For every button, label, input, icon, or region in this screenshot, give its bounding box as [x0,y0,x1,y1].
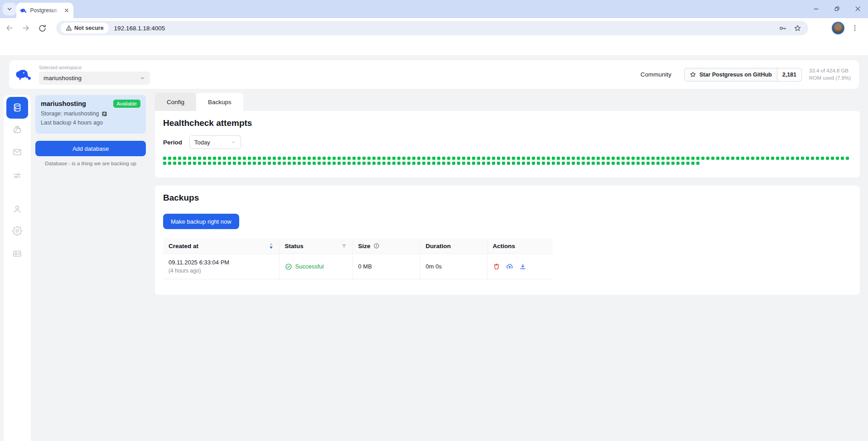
healthcheck-attempt-dot[interactable] [452,157,455,160]
healthcheck-attempt-dot[interactable] [442,157,445,160]
healthcheck-attempt-dot[interactable] [273,162,276,165]
tab-close-icon[interactable] [63,7,70,14]
healthcheck-attempt-dot[interactable] [487,162,490,165]
healthcheck-attempt-dot[interactable] [592,162,595,165]
healthcheck-attempt-dot[interactable] [328,157,331,160]
healthcheck-attempt-dot[interactable] [487,157,490,160]
add-database-button[interactable]: Add database [35,141,146,156]
healthcheck-attempt-dot[interactable] [751,157,754,160]
healthcheck-attempt-dot[interactable] [507,162,510,165]
healthcheck-attempt-dot[interactable] [308,157,311,160]
healthcheck-attempt-dot[interactable] [602,157,605,160]
healthcheck-attempt-dot[interactable] [168,162,171,165]
healthcheck-attempt-dot[interactable] [203,157,206,160]
community-link[interactable]: Community [641,71,671,78]
healthcheck-attempt-dot[interactable] [691,162,694,165]
healthcheck-attempt-dot[interactable] [422,157,425,160]
sort-icon[interactable] [269,242,274,249]
healthcheck-attempt-dot[interactable] [198,162,201,165]
healthcheck-attempt-dot[interactable] [651,157,655,160]
healthcheck-attempt-dot[interactable] [661,157,665,160]
healthcheck-attempt-dot[interactable] [223,162,226,165]
healthcheck-attempt-dot[interactable] [632,162,635,165]
healthcheck-attempt-dot[interactable] [497,162,500,165]
healthcheck-attempt-dot[interactable] [402,157,405,160]
healthcheck-attempt-dot[interactable] [248,162,251,165]
healthcheck-attempt-dot[interactable] [193,157,196,160]
forward-button[interactable] [19,21,33,35]
healthcheck-attempt-dot[interactable] [183,157,186,160]
healthcheck-attempt-dot[interactable] [163,157,166,160]
healthcheck-attempt-dot[interactable] [846,157,849,160]
healthcheck-attempt-dot[interactable] [313,162,316,165]
close-button[interactable] [847,0,868,17]
healthcheck-attempt-dot[interactable] [472,157,475,160]
healthcheck-attempt-dot[interactable] [243,162,246,165]
healthcheck-attempt-dot[interactable] [188,162,191,165]
healthcheck-attempt-dot[interactable] [377,162,381,165]
healthcheck-attempt-dot[interactable] [372,162,376,165]
healthcheck-attempt-dot[interactable] [651,162,655,165]
period-select[interactable]: Today [189,135,241,149]
healthcheck-attempt-dot[interactable] [168,157,171,160]
healthcheck-attempt-dot[interactable] [801,157,804,160]
restore-button[interactable] [826,0,847,17]
healthcheck-attempt-dot[interactable] [283,157,286,160]
healthcheck-attempt-dot[interactable] [661,162,665,165]
healthcheck-attempt-dot[interactable] [447,162,450,165]
healthcheck-attempt-dot[interactable] [542,162,545,165]
make-backup-button[interactable]: Make backup right now [163,214,239,229]
healthcheck-attempt-dot[interactable] [517,157,520,160]
healthcheck-attempt-dot[interactable] [686,162,690,165]
healthcheck-attempt-dot[interactable] [427,157,430,160]
healthcheck-attempt-dot[interactable] [407,157,410,160]
healthcheck-attempt-dot[interactable] [288,162,291,165]
healthcheck-attempt-dot[interactable] [696,162,699,165]
healthcheck-attempt-dot[interactable] [612,162,615,165]
healthcheck-attempt-dot[interactable] [627,157,630,160]
healthcheck-attempt-dot[interactable] [422,162,425,165]
healthcheck-attempt-dot[interactable] [696,157,699,160]
healthcheck-attempt-dot[interactable] [572,162,575,165]
healthcheck-attempt-dot[interactable] [811,157,814,160]
healthcheck-attempt-dot[interactable] [577,162,580,165]
browser-tab[interactable]: Postgresus [16,3,73,18]
healthcheck-attempt-dot[interactable] [338,162,341,165]
healthcheck-attempt-dot[interactable] [417,162,420,165]
healthcheck-attempt-dot[interactable] [821,157,824,160]
healthcheck-attempt-dot[interactable] [646,162,650,165]
healthcheck-attempt-dot[interactable] [681,157,685,160]
healthcheck-attempt-dot[interactable] [318,157,321,160]
healthcheck-attempt-dot[interactable] [841,157,844,160]
healthcheck-attempt-dot[interactable] [691,157,694,160]
healthcheck-attempt-dot[interactable] [537,157,540,160]
healthcheck-attempt-dot[interactable] [303,162,306,165]
healthcheck-attempt-dot[interactable] [527,162,530,165]
healthcheck-attempt-dot[interactable] [836,157,839,160]
healthcheck-attempt-dot[interactable] [806,157,809,160]
healthcheck-attempt-dot[interactable] [342,162,346,165]
back-button[interactable] [3,21,16,35]
healthcheck-attempt-dot[interactable] [313,157,316,160]
healthcheck-attempt-dot[interactable] [786,157,789,160]
sidebar-item-storages[interactable] [12,124,23,135]
tab-config[interactable]: Config [155,93,196,111]
healthcheck-attempt-dot[interactable] [761,157,764,160]
download-backup-button[interactable] [519,263,526,270]
healthcheck-attempt-dot[interactable] [776,157,779,160]
healthcheck-attempt-dot[interactable] [522,157,525,160]
healthcheck-attempt-dot[interactable] [323,157,326,160]
healthcheck-attempt-dot[interactable] [238,162,241,165]
healthcheck-attempt-dot[interactable] [711,157,714,160]
healthcheck-attempt-dot[interactable] [597,157,600,160]
healthcheck-attempt-dot[interactable] [527,157,530,160]
healthcheck-attempt-dot[interactable] [283,162,286,165]
healthcheck-attempt-dot[interactable] [567,162,570,165]
healthcheck-attempt-dot[interactable] [497,157,500,160]
healthcheck-attempt-dot[interactable] [208,162,211,165]
sidebar-item-databases[interactable] [6,97,28,119]
healthcheck-attempt-dot[interactable] [248,157,251,160]
healthcheck-attempt-dot[interactable] [462,162,465,165]
healthcheck-attempt-dot[interactable] [318,162,321,165]
healthcheck-attempt-dot[interactable] [736,157,739,160]
